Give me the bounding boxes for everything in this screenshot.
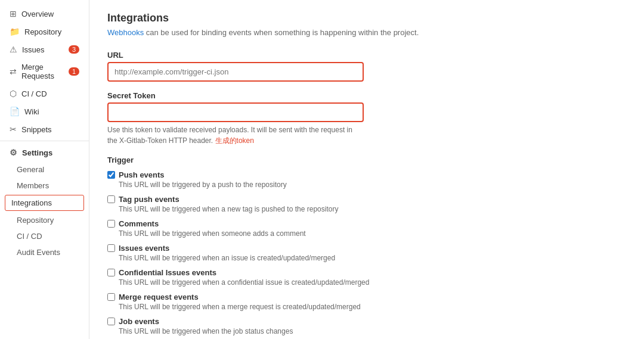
- settings-label: Settings: [22, 148, 52, 157]
- secret-token-label: Secret Token: [107, 91, 626, 100]
- trigger-desc-job-events: This URL will be triggered when the job …: [107, 327, 626, 335]
- issues-icon: ⚠: [10, 45, 17, 54]
- settings-icon: ⚙: [10, 148, 17, 157]
- sidebar-label-overview: Overview: [21, 10, 54, 18]
- sidebar-sub-repository[interactable]: Repository: [0, 212, 89, 228]
- sidebar-label-wiki: Wiki: [24, 107, 39, 116]
- trigger-desc-push-events: This URL will be triggered by a push to …: [107, 181, 626, 189]
- sidebar-settings-header[interactable]: ⚙ Settings: [0, 144, 89, 161]
- trigger-title-confidential-issues-events[interactable]: Confidential Issues events: [119, 268, 216, 277]
- sidebar-sub-general[interactable]: General: [0, 161, 89, 178]
- sidebar-sub-audit-events[interactable]: Audit Events: [0, 244, 89, 260]
- trigger-checkbox-issues-events[interactable]: [107, 244, 115, 252]
- helper-text: Use this token to validate received payl…: [107, 125, 364, 146]
- trigger-item-tag-push-events: Tag push events This URL will be trigger…: [107, 195, 626, 213]
- merge-requests-icon: ⇄: [10, 67, 17, 76]
- trigger-list: Push events This URL will be triggered b…: [107, 170, 626, 340]
- webhooks-link[interactable]: Webhooks: [107, 28, 144, 37]
- sidebar-label-merge-requests: Merge Requests: [21, 63, 69, 80]
- wiki-icon: 📄: [10, 107, 20, 116]
- trigger-desc-tag-push-events: This URL will be triggered when a new ta…: [107, 205, 626, 213]
- sidebar-item-ci-cd[interactable]: ⬡ CI / CD: [0, 85, 89, 102]
- trigger-checkbox-comments[interactable]: [107, 220, 115, 228]
- trigger-item-comments: Comments This URL will be triggered when…: [107, 219, 626, 238]
- secret-token-field-group: Secret Token Use this token to validate …: [107, 91, 626, 146]
- sidebar-label-repository: Repository: [24, 27, 61, 36]
- sidebar-item-merge-requests[interactable]: ⇄ Merge Requests 1: [0, 58, 89, 85]
- trigger-title-issues-events[interactable]: Issues events: [119, 244, 169, 253]
- trigger-header-job-events: Job events: [107, 317, 626, 326]
- trigger-checkbox-tag-push-events[interactable]: [107, 195, 115, 203]
- trigger-title-merge-request-events[interactable]: Merge request events: [119, 293, 199, 301]
- trigger-title-job-events[interactable]: Job events: [119, 317, 159, 326]
- trigger-title-push-events[interactable]: Push events: [119, 170, 165, 179]
- sidebar-label-ci-cd: CI / CD: [21, 89, 47, 98]
- url-input[interactable]: [107, 62, 364, 82]
- url-label: URL: [107, 51, 626, 60]
- main-content: Integrations Webhooks can be used for bi…: [89, 0, 644, 339]
- page-title: Integrations: [107, 12, 626, 24]
- sidebar-item-wiki[interactable]: 📄 Wiki: [0, 102, 89, 120]
- trigger-item-confidential-issues-events: Confidential Issues events This URL will…: [107, 268, 626, 287]
- trigger-header-issues-events: Issues events: [107, 244, 626, 253]
- trigger-item-job-events: Job events This URL will be triggered wh…: [107, 317, 626, 335]
- badge-merge-requests: 1: [69, 67, 79, 76]
- ci-cd-icon: ⬡: [10, 89, 17, 98]
- trigger-header-push-events: Push events: [107, 170, 626, 179]
- trigger-checkbox-confidential-issues-events[interactable]: [107, 269, 115, 276]
- sidebar-item-overview[interactable]: ⊞ Overview: [0, 5, 89, 23]
- trigger-checkbox-push-events[interactable]: [107, 171, 115, 179]
- trigger-desc-comments: This URL will be triggered when someone …: [107, 229, 626, 238]
- sidebar: ⊞ Overview 📁 Repository ⚠ Issues 3⇄ Merg…: [0, 0, 89, 339]
- trigger-checkbox-job-events[interactable]: [107, 318, 115, 325]
- overview-icon: ⊞: [10, 9, 17, 18]
- sidebar-label-snippets: Snippets: [21, 125, 52, 134]
- trigger-header-confidential-issues-events: Confidential Issues events: [107, 268, 626, 277]
- snippets-icon: ✂: [10, 125, 17, 134]
- trigger-header-merge-request-events: Merge request events: [107, 293, 626, 301]
- sidebar-item-repository[interactable]: 📁 Repository: [0, 23, 89, 41]
- trigger-item-push-events: Push events This URL will be triggered b…: [107, 170, 626, 189]
- trigger-header-tag-push-events: Tag push events: [107, 195, 626, 204]
- sidebar-item-snippets[interactable]: ✂ Snippets: [0, 120, 89, 138]
- sidebar-item-issues[interactable]: ⚠ Issues 3: [0, 41, 89, 58]
- sidebar-sub-members[interactable]: Members: [0, 178, 89, 194]
- trigger-label: Trigger: [107, 155, 626, 164]
- trigger-checkbox-merge-request-events[interactable]: [107, 293, 115, 301]
- url-field-group: URL: [107, 51, 626, 82]
- sidebar-sub-integrations[interactable]: Integrations: [5, 195, 84, 211]
- badge-issues: 3: [69, 45, 79, 54]
- trigger-title-tag-push-events[interactable]: Tag push events: [119, 195, 179, 204]
- secret-token-input[interactable]: [107, 102, 364, 122]
- trigger-desc-issues-events: This URL will be triggered when an issue…: [107, 254, 626, 262]
- trigger-header-comments: Comments: [107, 219, 626, 228]
- description-suffix: can be used for binding events when some…: [144, 28, 419, 37]
- trigger-desc-confidential-issues-events: This URL will be triggered when a confid…: [107, 278, 626, 287]
- description-text: Webhooks can be used for binding events …: [107, 27, 626, 39]
- trigger-section: Trigger Push events This URL will be tri…: [107, 155, 626, 340]
- trigger-desc-merge-request-events: This URL will be triggered when a merge …: [107, 303, 626, 311]
- trigger-item-issues-events: Issues events This URL will be triggered…: [107, 244, 626, 262]
- sidebar-label-issues: Issues: [22, 45, 45, 54]
- trigger-title-comments[interactable]: Comments: [119, 219, 159, 228]
- sidebar-sub-ci-cd-sub[interactable]: CI / CD: [0, 228, 89, 244]
- token-note: 生成的token: [215, 136, 254, 145]
- repository-icon: 📁: [10, 27, 20, 36]
- trigger-item-merge-request-events: Merge request events This URL will be tr…: [107, 293, 626, 311]
